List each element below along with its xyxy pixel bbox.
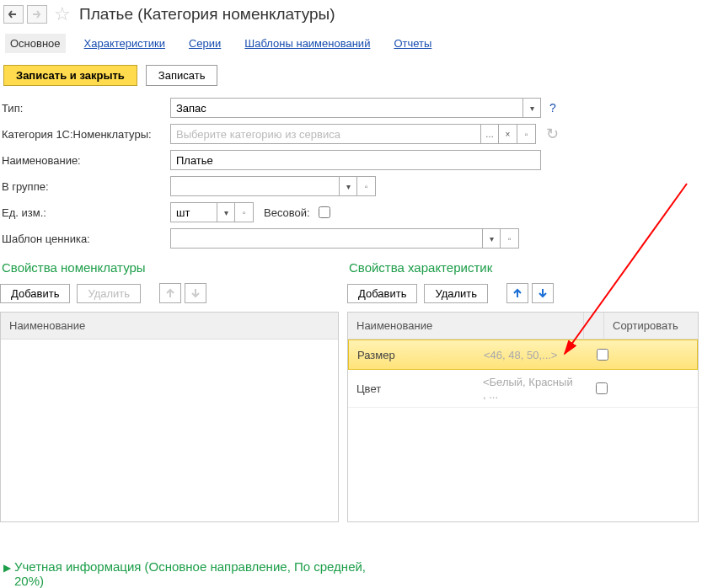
uom-open-button[interactable]: ▫ xyxy=(235,202,254,222)
table-row[interactable]: Цвет <Белый, Красный , ... xyxy=(348,370,698,408)
arrow-up-icon xyxy=(512,287,522,299)
accounting-info-expander[interactable]: ▶ Учетная информация (Основное направлен… xyxy=(3,559,368,588)
char-props-table: Наименование Сортировать Размер <46, 48,… xyxy=(347,312,699,522)
char-row-sort-checkbox[interactable] xyxy=(596,382,608,394)
item-props-delete-button[interactable]: Удалить xyxy=(77,284,141,303)
cat1c-label: Категория 1С:Номенклатуры: xyxy=(0,128,170,141)
tab-reports[interactable]: Отчеты xyxy=(389,34,437,53)
item-props-col-name[interactable]: Наименование xyxy=(1,313,338,339)
item-props-table: Наименование xyxy=(0,312,339,522)
arrow-right-icon xyxy=(31,9,43,19)
char-row-sort-checkbox[interactable] xyxy=(597,349,608,361)
cat1c-input[interactable] xyxy=(170,124,480,144)
group-open-button[interactable]: ▫ xyxy=(357,176,376,196)
favorite-star-icon[interactable]: ☆ xyxy=(54,3,71,25)
char-row-hint: <46, 48, 50,...> xyxy=(475,343,585,367)
item-props-title: Свойства номенклатуры xyxy=(2,260,339,275)
cat1c-clear-button[interactable]: × xyxy=(499,124,517,144)
arrow-left-icon xyxy=(8,9,19,19)
uom-dropdown-button[interactable]: ▾ xyxy=(217,202,235,222)
char-row-hint: <Белый, Красный , ... xyxy=(474,370,584,407)
arrow-down-icon xyxy=(538,287,548,299)
char-props-col-name[interactable]: Наименование xyxy=(348,313,584,339)
price-tpl-dropdown-button[interactable]: ▾ xyxy=(482,228,501,249)
tab-series[interactable]: Серии xyxy=(184,34,226,53)
char-props-col-sort[interactable]: Сортировать xyxy=(604,313,698,339)
uom-label: Ед. изм.: xyxy=(0,206,170,219)
price-tpl-open-button[interactable]: ▫ xyxy=(501,228,519,249)
cat1c-open-button[interactable]: ▫ xyxy=(517,124,536,144)
type-label: Тип: xyxy=(0,102,170,115)
group-dropdown-button[interactable]: ▾ xyxy=(339,176,357,196)
weight-checkbox[interactable] xyxy=(319,206,330,218)
page-title: Платье (Категория номенклатуры) xyxy=(79,5,335,24)
name-label: Наименование: xyxy=(0,154,170,167)
weight-label: Весовой: xyxy=(264,206,310,219)
name-input[interactable] xyxy=(170,150,541,170)
char-props-move-up-button[interactable] xyxy=(506,283,528,303)
item-props-add-button[interactable]: Добавить xyxy=(0,284,70,303)
group-label: В группе: xyxy=(0,180,170,193)
char-row-name: Цвет xyxy=(348,377,474,401)
price-tpl-input[interactable] xyxy=(170,228,482,249)
tab-name-templates[interactable]: Шаблоны наименований xyxy=(239,34,375,53)
char-row-name: Размер xyxy=(349,343,475,367)
tab-bar: Основное Характеристики Серии Шаблоны на… xyxy=(0,32,702,56)
uom-input[interactable] xyxy=(170,202,217,222)
tab-characteristics[interactable]: Характеристики xyxy=(79,34,170,53)
tab-main[interactable]: Основное xyxy=(5,34,66,53)
save-button[interactable]: Записать xyxy=(146,65,218,86)
type-help-icon[interactable]: ? xyxy=(549,101,556,115)
item-props-move-down-button[interactable] xyxy=(185,283,206,303)
item-props-move-up-button[interactable] xyxy=(159,283,181,303)
type-dropdown-button[interactable]: ▾ xyxy=(522,98,541,118)
type-input[interactable] xyxy=(170,98,522,118)
char-props-col-check[interactable] xyxy=(584,313,604,339)
char-props-title: Свойства характеристик xyxy=(349,260,699,275)
cat1c-refresh-icon[interactable]: ↻ xyxy=(546,125,559,143)
save-and-close-button[interactable]: Записать и закрыть xyxy=(3,65,137,86)
price-tpl-label: Шаблон ценника: xyxy=(0,233,170,245)
accounting-info-label: Учетная информация (Основное направление… xyxy=(14,559,368,588)
char-props-move-down-button[interactable] xyxy=(532,283,554,303)
char-props-add-button[interactable]: Добавить xyxy=(347,284,417,303)
char-props-delete-button[interactable]: Удалить xyxy=(424,284,488,303)
group-input[interactable] xyxy=(170,176,339,196)
cat1c-ellipsis-button[interactable]: … xyxy=(480,124,499,144)
table-row[interactable]: Размер <46, 48, 50,...> xyxy=(348,339,698,370)
nav-forward-button[interactable] xyxy=(27,5,47,24)
nav-back-button[interactable] xyxy=(3,5,24,24)
arrow-up-icon xyxy=(165,287,175,299)
arrow-down-icon xyxy=(190,287,201,299)
chevron-right-icon: ▶ xyxy=(3,562,11,574)
